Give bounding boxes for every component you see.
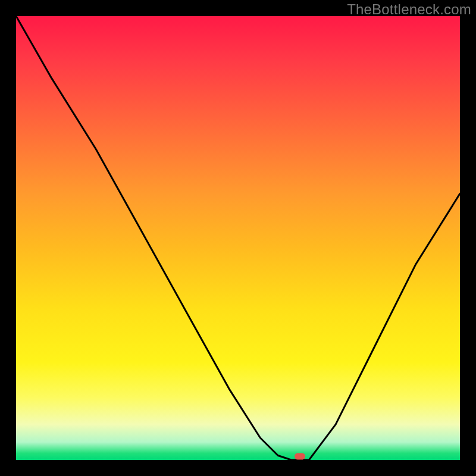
chart-frame: TheBottleneck.com: [0, 0, 476, 476]
curve-svg: [16, 16, 460, 460]
plot-area: [16, 16, 460, 460]
curve-path: [16, 16, 460, 460]
attribution-text: TheBottleneck.com: [347, 1, 471, 18]
optimum-marker: [295, 453, 305, 460]
